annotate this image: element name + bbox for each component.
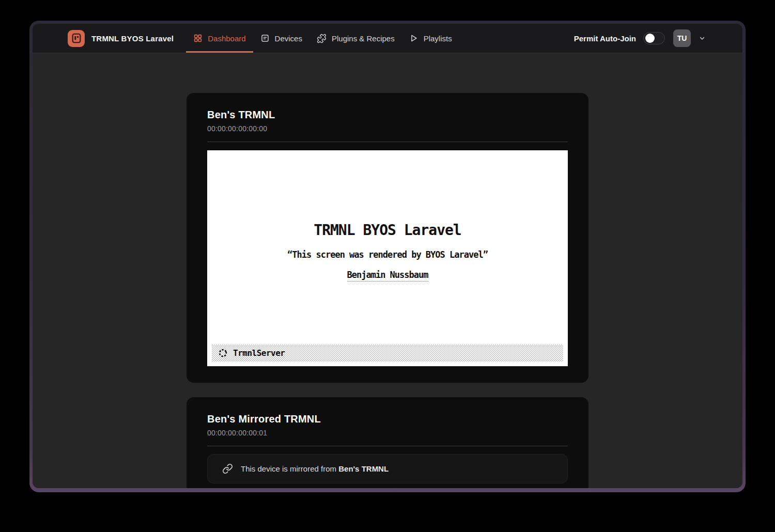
screen-author: Benjamin Nussbaum bbox=[347, 270, 428, 281]
nav-tabs: Dashboard Devices bbox=[186, 24, 459, 53]
tab-playlists-label: Playlists bbox=[424, 34, 452, 43]
main-content: Ben's TRMNL 00:00:00:00:00:00 TRMNL BYOS… bbox=[33, 53, 742, 488]
mirror-info-text: This device is mirrored from Ben's TRMNL bbox=[241, 464, 389, 473]
mirror-info-box: This device is mirrored from Ben's TRMNL bbox=[207, 454, 568, 483]
toggle-knob bbox=[645, 34, 655, 43]
tab-devices-label: Devices bbox=[275, 34, 302, 43]
permit-auto-join-label: Permit Auto-Join bbox=[574, 34, 636, 43]
screen-status-label: TrmnlServer bbox=[233, 348, 285, 358]
tab-dashboard-label: Dashboard bbox=[208, 34, 245, 43]
dashboard-grid-icon bbox=[193, 34, 203, 43]
screen-content: TRMNL BYOS Laravel “This screen was rend… bbox=[207, 150, 568, 281]
spinner-icon bbox=[218, 348, 228, 358]
device-title: Ben's TRMNL bbox=[207, 109, 568, 121]
devices-icon bbox=[260, 34, 270, 43]
brand-name: TRMNL BYOS Laravel bbox=[91, 34, 174, 43]
chevron-down-icon[interactable] bbox=[698, 34, 706, 42]
play-icon bbox=[409, 34, 419, 43]
puzzle-icon bbox=[317, 34, 327, 43]
mirror-source-device: Ben's TRMNL bbox=[338, 464, 389, 473]
brand: TRMNL BYOS Laravel bbox=[68, 24, 174, 53]
device-title: Ben's Mirrored TRMNL bbox=[207, 413, 568, 425]
device-card-bens-mirrored-trmnl: Ben's Mirrored TRMNL 00:00:00:00:00:01 T… bbox=[187, 397, 588, 488]
device-card-bens-trmnl: Ben's TRMNL 00:00:00:00:00:00 TRMNL BYOS… bbox=[187, 93, 588, 383]
avatar[interactable]: TU bbox=[673, 29, 691, 47]
device-screen-preview: TRMNL BYOS Laravel “This screen was rend… bbox=[207, 150, 568, 366]
app-window: TRMNL BYOS Laravel Dashboard bbox=[33, 24, 742, 488]
screen-author-row: Benjamin Nussbaum bbox=[207, 270, 568, 281]
tab-playlists[interactable]: Playlists bbox=[402, 24, 459, 53]
screen-title: TRMNL BYOS Laravel bbox=[207, 222, 568, 239]
divider bbox=[207, 446, 568, 446]
permit-auto-join-toggle[interactable] bbox=[643, 32, 665, 44]
tab-plugins-recipes[interactable]: Plugins & Recipes bbox=[309, 24, 402, 53]
tab-dashboard[interactable]: Dashboard bbox=[186, 24, 253, 53]
device-mac-address: 00:00:00:00:00:01 bbox=[207, 429, 568, 437]
nav-right: Permit Auto-Join TU bbox=[574, 24, 706, 53]
mirror-text-prefix: This device is mirrored from bbox=[241, 464, 338, 473]
tab-devices[interactable]: Devices bbox=[253, 24, 309, 53]
tab-plugins-recipes-label: Plugins & Recipes bbox=[332, 34, 395, 43]
device-mac-address: 00:00:00:00:00:00 bbox=[207, 124, 568, 133]
link-icon bbox=[222, 463, 233, 474]
divider bbox=[207, 142, 568, 142]
app-window-frame: TRMNL BYOS Laravel Dashboard bbox=[29, 21, 746, 492]
top-nav: TRMNL BYOS Laravel Dashboard bbox=[33, 24, 742, 53]
screen-quote: “This screen was rendered by BYOS Larave… bbox=[207, 249, 568, 260]
screen-status-bar: TrmnlServer bbox=[212, 345, 563, 362]
trmnl-logo-icon bbox=[68, 30, 85, 47]
